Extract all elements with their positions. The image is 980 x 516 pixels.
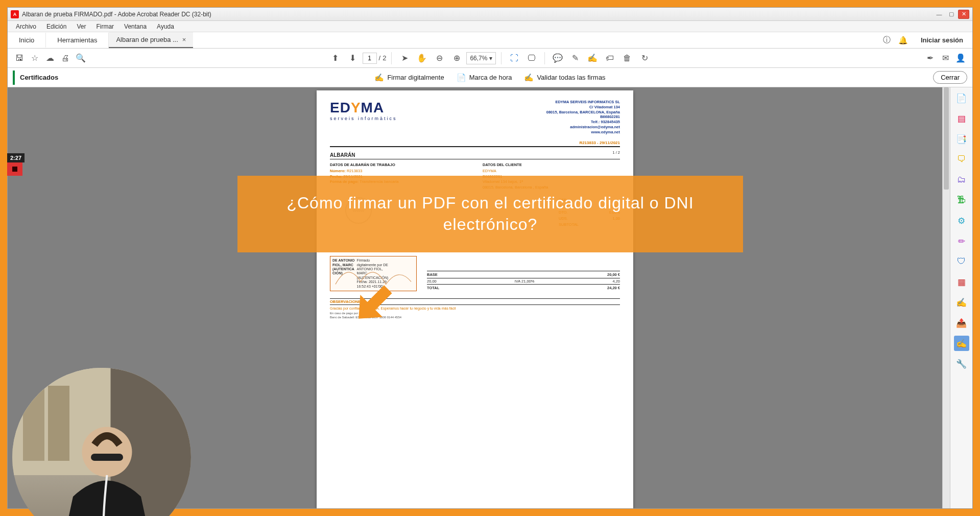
minimize-button[interactable]: — [934,10,945,19]
page-down-icon[interactable]: ⬇ [345,51,361,66]
read-mode-icon[interactable]: 🖵 [524,51,539,66]
highlight-icon[interactable]: ✎ [567,51,583,66]
rail-fill-form-icon[interactable]: ▦ [954,274,969,290]
pointer-arrow-overlay [347,274,403,330]
menu-ventana[interactable]: Ventana [119,22,152,31]
company-logo: EDYMA serveis informàtics [330,100,397,134]
zoom-out-icon[interactable]: ⊖ [432,51,447,66]
right-tool-rail: 📄 ▤ 📑 🗨 🗂 🗜 ⚙ ✏ 🛡 ▦ ✍ 📤 ✍ 🔧 [950,87,972,508]
menu-archivo[interactable]: Archivo [11,22,41,31]
help-icon[interactable]: ⓘ [881,35,893,46]
doc-number: R213833 - 29/11/2021 [330,140,620,145]
rail-send-icon[interactable]: 📤 [954,315,969,331]
toolbar-right: ✒ ✉ 👤 [922,51,968,66]
signature-icon: ✍ [374,73,384,82]
tab-home[interactable]: Inicio [8,33,46,48]
sign-in-button[interactable]: Iniciar sesión [912,36,972,44]
sign-icon[interactable]: ✍ [585,51,600,66]
totals-block: BASE20,00 € 20,00IVA 21,00%4,20 TOTAL24,… [427,271,620,291]
comment-icon[interactable]: 💬 [550,51,565,66]
page-number-input[interactable] [363,53,377,64]
scrollbar-thumb[interactable] [944,87,949,190]
star-icon[interactable]: ☆ [27,51,42,66]
rail-organize-icon[interactable]: 🗜 [954,193,969,208]
profile-icon[interactable]: 👤 [953,51,968,66]
chevron-down-icon: ▾ [489,55,492,62]
fit-page-icon[interactable]: ⛶ [507,51,522,66]
sign-digitally-button[interactable]: ✍ Firmar digitalmente [374,73,444,82]
select-tool-icon[interactable]: ➤ [397,51,412,66]
timestamp-label: Marca de hora [469,74,512,81]
validate-label: Validar todas las firmas [537,74,605,81]
rail-export-pdf-icon[interactable]: 📄 [954,90,969,106]
validate-icon: ✍ [524,73,534,82]
rail-compress-icon[interactable]: ⚙ [954,213,969,228]
sign-digitally-label: Firmar digitalmente [387,74,444,81]
svg-rect-4 [48,386,69,461]
notifications-icon[interactable]: 🔔 [898,35,909,46]
timestamp-icon: 📄 [457,73,466,82]
app-icon: A [11,10,19,18]
doc-pagenum: 1 / 2 [612,150,620,158]
validate-signatures-button[interactable]: ✍ Validar todas las firmas [524,73,605,82]
certificates-label: Certificados [20,74,58,81]
toolbar-center: ⬆ ⬇ / 2 ➤ ✋ ⊖ ⊕ 66,7% ▾ ⛶ 🖵 💬 ✎ ✍ 🏷 🗑 ↻ [328,51,653,66]
cloud-upload-icon[interactable]: ☁ [42,51,58,66]
print-icon[interactable]: 🖨 [58,51,73,66]
save-icon[interactable]: 🖫 [12,51,27,66]
search-icon[interactable]: 🔍 [73,51,88,66]
rail-request-sign-icon[interactable]: ✍ [954,295,969,310]
close-window-button[interactable]: ✕ [958,10,969,19]
hand-tool-icon[interactable]: ✋ [414,51,429,66]
rail-comment-icon[interactable]: 🗨 [954,152,969,167]
vertical-scrollbar[interactable] [942,87,950,508]
close-tab-icon[interactable]: × [182,36,186,43]
cert-accent [13,71,15,85]
video-title-overlay: ¿Cómo firmar un PDF con el certificado d… [237,176,743,252]
zoom-dropdown[interactable]: 66,7% ▾ [466,52,496,64]
menu-ayuda[interactable]: Ayuda [152,22,179,31]
timestamp-button[interactable]: 📄 Marca de hora [457,73,512,82]
toolbar: 🖫 ☆ ☁ 🖨 🔍 ⬆ ⬇ / 2 ➤ ✋ ⊖ ⊕ 66,7% ▾ ⛶ 🖵 💬 … [8,49,972,68]
signature-pen-icon[interactable]: ✒ [922,51,938,66]
menubar: Archivo Edición Ver Firmar Ventana Ayuda [8,21,972,32]
stop-recording-button[interactable] [7,162,22,176]
redo-icon[interactable]: ↻ [637,51,652,66]
delete-icon[interactable]: 🗑 [619,51,635,66]
tabs-row: Inicio Herramientas Albaran de prueba ..… [8,32,972,49]
page-up-icon[interactable]: ⬆ [328,51,343,66]
rail-combine-icon[interactable]: 🗂 [954,172,969,187]
certificates-bar: Certificados ✍ Firmar digitalmente 📄 Mar… [8,68,972,87]
doc-type: ALBARÁN [330,152,355,158]
zoom-value: 66,7% [470,55,487,62]
close-certbar-button[interactable]: Cerrar [933,71,967,84]
share-mail-icon[interactable]: ✉ [938,51,953,66]
window-title: Albaran de prueba FIRMADO.pdf - Adobe Ac… [22,11,933,18]
tab-document[interactable]: Albaran de prueba ... × [109,32,193,48]
menu-firmar[interactable]: Firmar [91,22,119,31]
rail-create-pdf-icon[interactable]: 📑 [954,131,969,147]
rail-protect-icon[interactable]: 🛡 [954,254,969,269]
tab-tools[interactable]: Herramientas [46,33,109,48]
rail-certificates-icon[interactable]: ✍ [954,336,969,351]
zoom-in-icon[interactable]: ⊕ [449,51,464,66]
rail-redact-icon[interactable]: ✏ [954,233,969,249]
svg-rect-6 [91,454,123,461]
menu-edicion[interactable]: Edición [41,22,71,31]
company-info: EDYMA SERVEIS INFORMATICS SL C/ Viladoma… [546,100,620,134]
menu-ver[interactable]: Ver [71,22,91,31]
recording-widget: 2:27 [7,153,25,176]
tab-document-label: Albaran de prueba ... [116,36,178,43]
titlebar: A Albaran de prueba FIRMADO.pdf - Adobe … [8,8,972,21]
rail-edit-pdf-icon[interactable]: ▤ [954,111,969,126]
stamp-icon[interactable]: 🏷 [602,51,617,66]
page-sep: / [379,54,381,62]
stop-icon [12,167,17,172]
page-total: 2 [383,54,386,62]
rail-more-tools-icon[interactable]: 🔧 [954,356,969,371]
maximize-button[interactable]: ▢ [946,10,957,19]
recording-time: 2:27 [7,153,25,162]
